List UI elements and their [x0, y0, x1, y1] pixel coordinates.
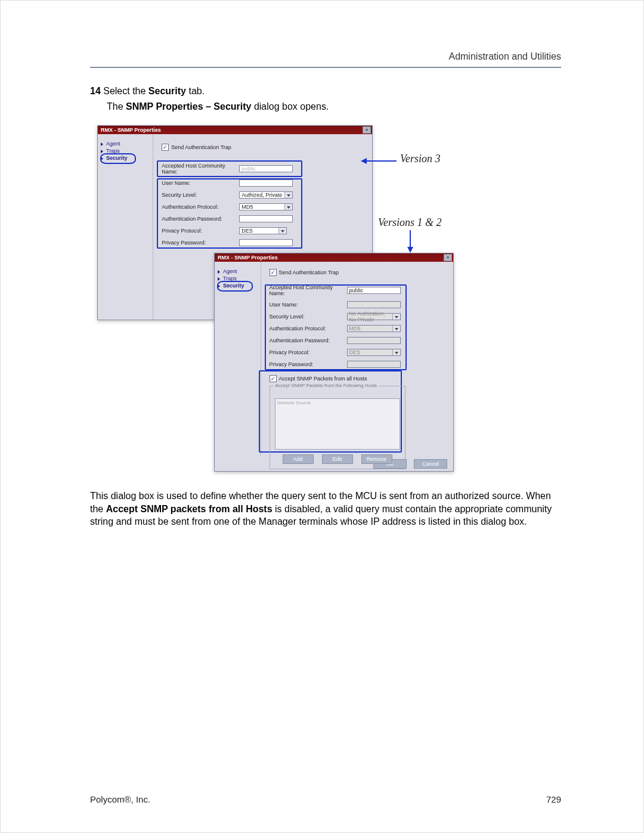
seclevel-select[interactable]: Authized, Private — [239, 191, 293, 199]
svg-marker-3 — [407, 247, 413, 253]
hosts-groupbox: Accept SNMP Packets from the Following H… — [270, 386, 405, 469]
nav-pane: Agent Traps Security — [98, 134, 153, 320]
label-seclevel: Security Level: — [270, 314, 347, 320]
close-icon[interactable]: × — [444, 254, 452, 261]
label-username: User Name: — [162, 180, 239, 186]
privpass-input[interactable] — [239, 239, 293, 246]
row-authproto: Authentication Protocol: MD5 — [270, 325, 445, 332]
nav-item-traps[interactable]: Traps — [215, 275, 261, 282]
label-privproto: Privacy Protocol: — [162, 228, 239, 234]
row-seclevel: Security Level: No Authization, No Priva… — [270, 313, 445, 320]
label-community: Accepted Host Community Name: — [162, 163, 239, 175]
chevron-down-icon — [284, 204, 292, 210]
row-authpass: Authentication Password: — [270, 337, 445, 344]
privproto-select[interactable]: DES — [347, 349, 401, 356]
cancel-button[interactable]: Cancel — [414, 459, 447, 469]
checkbox-label: Send Authentication Trap — [279, 270, 339, 275]
authproto-select[interactable]: MD5 — [347, 325, 401, 332]
authproto-select[interactable]: MD5 — [239, 203, 293, 210]
community-input[interactable]: public — [347, 287, 401, 294]
label-authproto: Authentication Protocol: — [162, 204, 239, 210]
seclevel-select[interactable]: No Authization, No Private — [347, 313, 401, 320]
nav-item-security-label: Security — [223, 283, 244, 289]
page: Administration and Utilities 14 Select t… — [0, 0, 644, 833]
snmp-dialog-v12: RMX - SNMP Properties × Agent Traps Secu… — [214, 253, 454, 472]
row-authproto: Authentication Protocol: MD5 — [162, 203, 364, 210]
figure: RMX - SNMP Properties × Agent Traps Secu… — [90, 125, 561, 474]
privproto-select[interactable]: DES — [239, 227, 287, 234]
row-authpass: Authentication Password: — [162, 215, 364, 222]
checkbox-icon: ✓ — [270, 375, 277, 382]
send-auth-trap-checkbox[interactable]: ✓ Send Authentication Trap — [270, 269, 339, 276]
privproto-value: DES — [242, 228, 253, 234]
nav-item-security-label: Security — [106, 155, 128, 161]
row-privpass: Privacy Password: — [270, 361, 445, 368]
nav-item-security[interactable]: Security — [215, 282, 261, 289]
highlight-v3-fields — [157, 178, 302, 249]
step-text-pre: Select the — [101, 86, 148, 96]
row-privproto: Privacy Protocol: DES — [162, 227, 364, 234]
dialog-title: RMX - SNMP Properties × — [98, 126, 372, 134]
svg-marker-1 — [361, 158, 367, 164]
chevron-down-icon — [392, 349, 400, 355]
chevron-down-icon — [392, 326, 400, 332]
row-privproto: Privacy Protocol: DES — [270, 349, 445, 356]
edit-button[interactable]: Edit — [322, 454, 353, 464]
step-text-post: tab. — [186, 86, 205, 96]
checkbox-icon: ✓ — [162, 144, 169, 151]
callout-versions12: Versions 1 & 2 — [378, 216, 442, 229]
chevron-down-icon — [392, 314, 400, 320]
add-button[interactable]: Add — [283, 454, 314, 464]
label-authpass: Authentication Password: — [162, 216, 239, 222]
nav-item-security[interactable]: Security — [98, 154, 153, 162]
groupbox-title: Accept SNMP Packets from the Following H… — [274, 383, 379, 388]
callout-version3: Version 3 — [400, 153, 441, 165]
authproto-value: MD5 — [349, 326, 361, 332]
label-username: User Name: — [270, 302, 347, 308]
step-14: 14 Select the Security tab. — [90, 86, 561, 97]
para-b1: Accept SNMP packets from all Hosts — [106, 504, 273, 514]
step-sub-post: dialog box opens. — [251, 101, 329, 112]
checkbox-icon: ✓ — [270, 269, 277, 276]
authpass-input[interactable] — [347, 337, 401, 344]
row-seclevel: Security Level: Authized, Private — [162, 191, 364, 199]
label-authpass: Authentication Password: — [270, 337, 347, 343]
hosts-list[interactable]: Network Source — [275, 398, 400, 450]
privpass-input[interactable] — [347, 361, 401, 368]
header-divider — [90, 67, 561, 68]
explanatory-paragraph: This dialog box is used to define whethe… — [90, 490, 561, 528]
checkbox-label: Send Authentication Trap — [171, 144, 231, 150]
close-icon[interactable]: × — [363, 126, 371, 134]
accept-all-checkbox[interactable]: ✓ Accept SNMP Packets from all Hosts — [270, 375, 367, 382]
seclevel-value: No Authization, No Private — [349, 311, 392, 323]
form-pane: ✓ Send Authentication Trap Accepted Host… — [261, 262, 453, 456]
nav-item-agent[interactable]: Agent — [215, 268, 261, 275]
nav-pane: Agent Traps Security — [215, 262, 261, 456]
dialog-title-text: RMX - SNMP Properties — [101, 127, 161, 133]
send-auth-trap-checkbox[interactable]: ✓ Send Authentication Trap — [162, 144, 231, 151]
username-input[interactable] — [347, 301, 401, 308]
seclevel-value: Authized, Private — [242, 192, 282, 198]
step-sub-pre: The — [107, 101, 126, 112]
step-num: 14 — [90, 86, 101, 96]
remove-button[interactable]: Remove — [361, 454, 392, 464]
label-seclevel: Security Level: — [162, 192, 239, 198]
row-username: User Name: — [162, 179, 364, 187]
authpass-input[interactable] — [239, 215, 293, 222]
page-footer: Polycom®, Inc. 729 — [90, 794, 561, 804]
footer-company: Polycom®, Inc. — [90, 794, 150, 804]
nav-item-agent[interactable]: Agent — [98, 140, 153, 147]
community-input[interactable]: public — [239, 165, 293, 172]
nav-item-traps[interactable]: Traps — [98, 147, 153, 154]
arrow-left-icon — [361, 157, 398, 165]
dialog-body: Agent Traps Security ✓ Send Authenticati… — [215, 262, 453, 456]
step-text-bold: Security — [148, 86, 186, 96]
label-privpass: Privacy Password: — [162, 240, 239, 246]
username-input[interactable] — [239, 179, 293, 187]
row-community: Accepted Host Community Name: public — [162, 163, 364, 175]
content-column: Administration and Utilities 14 Select t… — [90, 51, 561, 528]
step-14-sub: The SNMP Properties – Security dialog bo… — [107, 101, 561, 112]
footer-page-number: 729 — [546, 794, 561, 804]
label-community: Accepted Host Community Name: — [270, 284, 347, 296]
row-community: Accepted Host Community Name: public — [270, 284, 445, 296]
